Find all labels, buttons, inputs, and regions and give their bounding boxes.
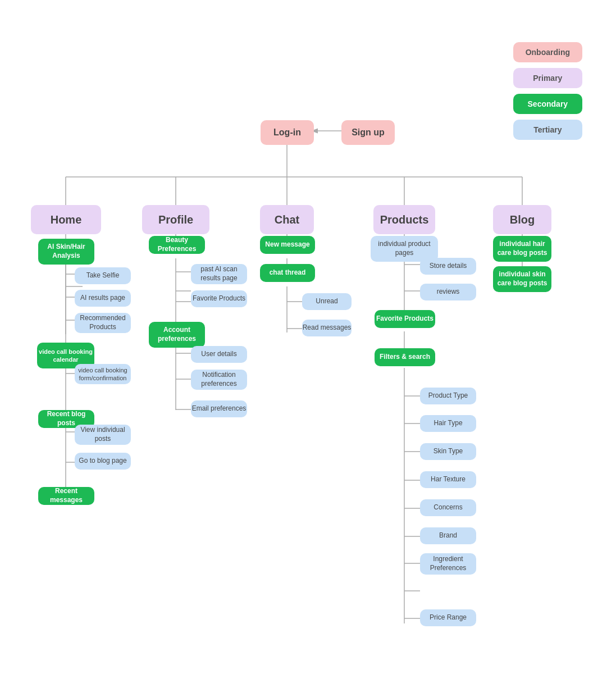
hair-texture-node: Har Texture	[420, 471, 476, 488]
reviews-node: reviews	[420, 284, 476, 300]
past-ai-node: past AI scan results page	[191, 264, 247, 284]
login-node: Log-in	[261, 120, 314, 145]
products-node: Products	[373, 205, 435, 234]
individual-skin-blog-node: individual skin care blog posts	[493, 266, 551, 292]
view-posts-node: View individual posts	[75, 425, 131, 445]
brand-node: Brand	[420, 527, 476, 544]
video-form-node: video call booking form/confirmation	[75, 364, 131, 384]
recent-messages-node: Recent messages	[38, 487, 94, 505]
home-node: Home	[31, 205, 101, 234]
recommended-node: Recommended Products	[75, 313, 131, 333]
fav-products-profile-node: Favorite Products	[191, 290, 247, 307]
concerns-node: Concerns	[420, 499, 476, 516]
legend-onboarding: Onboarding	[513, 42, 582, 62]
beauty-prefs-node: Beauty Preferences	[149, 236, 205, 254]
chat-thread-node: chat thread	[260, 264, 315, 282]
fav-products-node: Favorite Products	[375, 310, 435, 328]
go-blog-node: Go to blog page	[75, 453, 131, 470]
product-type-node: Product Type	[420, 388, 476, 404]
individual-hair-blog-node: individual hair care blog posts	[493, 236, 551, 262]
read-messages-node: Read messages	[302, 320, 352, 336]
email-prefs-node: Email preferences	[191, 400, 247, 417]
signup-node: Sign up	[341, 120, 395, 145]
hair-type-node: Hair Type	[420, 415, 476, 432]
unread-node: Unread	[302, 293, 352, 310]
store-details-node: Store details	[420, 258, 476, 275]
blog-node: Blog	[493, 205, 551, 234]
legend: Onboarding Primary Secondary Tertiary	[513, 42, 582, 140]
user-details-node: User details	[191, 346, 247, 363]
ai-results-node: AI results page	[75, 290, 131, 307]
account-prefs-node: Account preferences	[149, 322, 205, 348]
new-message-node: New message	[260, 236, 315, 254]
legend-tertiary: Tertiary	[513, 120, 582, 140]
legend-secondary: Secondary	[513, 94, 582, 114]
filters-search-node: Filters & search	[375, 348, 435, 366]
ingredient-prefs-node: Ingredient Preferences	[420, 553, 476, 575]
ai-skin-node: AI Skin/Hair Analysis	[38, 239, 94, 265]
profile-node: Profile	[142, 205, 209, 234]
price-range-node: Price Range	[420, 609, 476, 626]
skin-type-node: Skin Type	[420, 443, 476, 460]
chat-node: Chat	[260, 205, 314, 234]
legend-primary: Primary	[513, 68, 582, 88]
take-selfie-node: Take Selfie	[75, 267, 131, 284]
notification-prefs-node: Notification preferences	[191, 370, 247, 390]
